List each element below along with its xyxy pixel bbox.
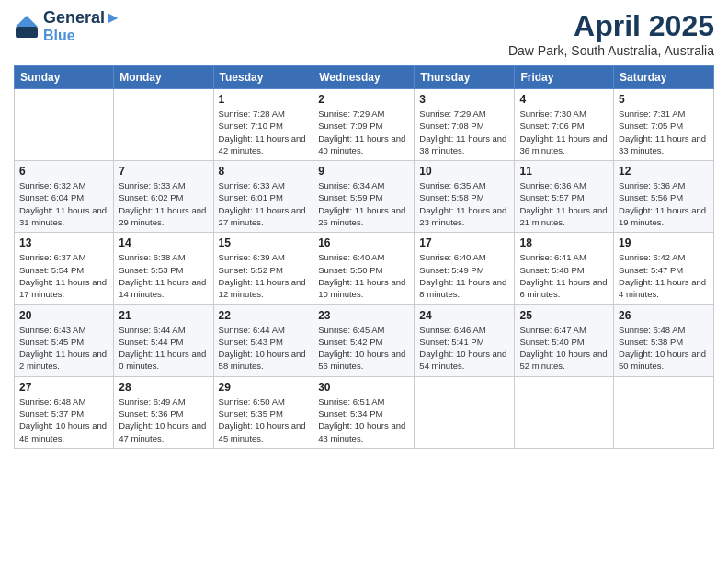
calendar-cell: 23Sunrise: 6:45 AM Sunset: 5:42 PM Dayli… (313, 304, 415, 376)
day-info: Sunrise: 6:36 AM Sunset: 5:57 PM Dayligh… (519, 179, 609, 228)
day-info: Sunrise: 6:32 AM Sunset: 6:04 PM Dayligh… (19, 179, 108, 228)
calendar-cell: 10Sunrise: 6:35 AM Sunset: 5:58 PM Dayli… (415, 161, 515, 233)
day-number: 19 (619, 236, 709, 249)
title-area: April 2025 Daw Park, South Australia, Au… (508, 9, 714, 58)
day-info: Sunrise: 6:48 AM Sunset: 5:38 PM Dayligh… (619, 324, 709, 373)
day-number: 7 (119, 165, 208, 178)
day-info: Sunrise: 6:39 AM Sunset: 5:52 PM Dayligh… (219, 251, 309, 300)
calendar-cell (515, 376, 614, 448)
day-number: 13 (19, 236, 108, 249)
day-number: 10 (419, 165, 509, 178)
day-info: Sunrise: 6:40 AM Sunset: 5:50 PM Dayligh… (318, 251, 409, 300)
day-info: Sunrise: 6:48 AM Sunset: 5:37 PM Dayligh… (19, 396, 108, 444)
calendar-cell: 27Sunrise: 6:48 AM Sunset: 5:37 PM Dayli… (15, 376, 114, 448)
weekday-header-tuesday: Tuesday (213, 66, 313, 89)
day-info: Sunrise: 6:46 AM Sunset: 5:41 PM Dayligh… (419, 324, 509, 373)
weekday-header-monday: Monday (114, 66, 213, 89)
day-number: 21 (119, 309, 208, 322)
day-info: Sunrise: 6:51 AM Sunset: 5:34 PM Dayligh… (318, 396, 409, 444)
day-number: 3 (419, 93, 509, 106)
day-number: 25 (519, 309, 609, 322)
header: General► Blue April 2025 Daw Park, South… (14, 9, 714, 58)
day-info: Sunrise: 6:41 AM Sunset: 5:48 PM Dayligh… (519, 251, 609, 300)
day-info: Sunrise: 6:42 AM Sunset: 5:47 PM Dayligh… (619, 251, 709, 300)
day-number: 9 (318, 165, 409, 178)
day-number: 6 (19, 165, 108, 178)
svg-rect-0 (16, 27, 38, 38)
week-row-2: 6Sunrise: 6:32 AM Sunset: 6:04 PM Daylig… (15, 161, 714, 233)
calendar-cell: 12Sunrise: 6:36 AM Sunset: 5:56 PM Dayli… (614, 161, 714, 233)
weekday-header-saturday: Saturday (614, 66, 714, 89)
day-number: 22 (219, 309, 309, 322)
day-number: 29 (219, 381, 309, 394)
calendar-cell: 16Sunrise: 6:40 AM Sunset: 5:50 PM Dayli… (313, 233, 415, 304)
calendar-cell (614, 376, 714, 448)
day-info: Sunrise: 6:36 AM Sunset: 5:56 PM Dayligh… (619, 179, 709, 228)
week-row-1: 1Sunrise: 7:28 AM Sunset: 7:10 PM Daylig… (15, 89, 714, 161)
logo-icon (14, 14, 40, 40)
calendar-cell: 22Sunrise: 6:44 AM Sunset: 5:43 PM Dayli… (213, 304, 313, 376)
day-info: Sunrise: 7:31 AM Sunset: 7:05 PM Dayligh… (619, 108, 709, 156)
weekday-header-thursday: Thursday (415, 66, 515, 89)
day-info: Sunrise: 7:30 AM Sunset: 7:06 PM Dayligh… (519, 108, 609, 156)
day-info: Sunrise: 6:38 AM Sunset: 5:53 PM Dayligh… (119, 251, 208, 300)
calendar-table: SundayMondayTuesdayWednesdayThursdayFrid… (14, 65, 714, 449)
svg-marker-1 (16, 16, 38, 27)
month-title: April 2025 (508, 9, 714, 43)
day-info: Sunrise: 6:50 AM Sunset: 5:35 PM Dayligh… (219, 396, 309, 444)
page: General► Blue April 2025 Daw Park, South… (0, 0, 728, 563)
calendar-cell: 8Sunrise: 6:33 AM Sunset: 6:01 PM Daylig… (213, 161, 313, 233)
weekday-header-sunday: Sunday (15, 66, 114, 89)
calendar-cell: 26Sunrise: 6:48 AM Sunset: 5:38 PM Dayli… (614, 304, 714, 376)
calendar-cell: 24Sunrise: 6:46 AM Sunset: 5:41 PM Dayli… (415, 304, 515, 376)
day-number: 26 (619, 309, 709, 322)
day-info: Sunrise: 6:35 AM Sunset: 5:58 PM Dayligh… (419, 179, 509, 228)
calendar-cell: 14Sunrise: 6:38 AM Sunset: 5:53 PM Dayli… (114, 233, 213, 304)
day-info: Sunrise: 6:34 AM Sunset: 5:59 PM Dayligh… (318, 179, 409, 228)
day-info: Sunrise: 6:44 AM Sunset: 5:44 PM Dayligh… (119, 324, 208, 373)
calendar-cell: 21Sunrise: 6:44 AM Sunset: 5:44 PM Dayli… (114, 304, 213, 376)
day-number: 23 (318, 309, 409, 322)
day-number: 2 (318, 93, 409, 106)
calendar-cell: 9Sunrise: 6:34 AM Sunset: 5:59 PM Daylig… (313, 161, 415, 233)
day-number: 15 (219, 236, 309, 249)
logo: General► Blue (14, 9, 121, 43)
day-info: Sunrise: 6:37 AM Sunset: 5:54 PM Dayligh… (19, 251, 108, 300)
day-info: Sunrise: 6:45 AM Sunset: 5:42 PM Dayligh… (318, 324, 409, 373)
week-row-4: 20Sunrise: 6:43 AM Sunset: 5:45 PM Dayli… (15, 304, 714, 376)
day-number: 27 (19, 381, 108, 394)
weekday-header-friday: Friday (515, 66, 614, 89)
calendar-cell (114, 89, 213, 161)
day-number: 4 (519, 93, 609, 106)
calendar-cell: 7Sunrise: 6:33 AM Sunset: 6:02 PM Daylig… (114, 161, 213, 233)
day-number: 8 (219, 165, 309, 178)
calendar-cell: 18Sunrise: 6:41 AM Sunset: 5:48 PM Dayli… (515, 233, 614, 304)
calendar-cell: 19Sunrise: 6:42 AM Sunset: 5:47 PM Dayli… (614, 233, 714, 304)
day-number: 5 (619, 93, 709, 106)
calendar-cell: 29Sunrise: 6:50 AM Sunset: 5:35 PM Dayli… (213, 376, 313, 448)
day-number: 11 (519, 165, 609, 178)
calendar-cell (415, 376, 515, 448)
calendar-cell: 4Sunrise: 7:30 AM Sunset: 7:06 PM Daylig… (515, 89, 614, 161)
calendar-cell: 5Sunrise: 7:31 AM Sunset: 7:05 PM Daylig… (614, 89, 714, 161)
location-subtitle: Daw Park, South Australia, Australia (508, 43, 714, 58)
day-number: 24 (419, 309, 509, 322)
week-row-5: 27Sunrise: 6:48 AM Sunset: 5:37 PM Dayli… (15, 376, 714, 448)
day-number: 30 (318, 381, 409, 394)
day-info: Sunrise: 6:43 AM Sunset: 5:45 PM Dayligh… (19, 324, 108, 373)
calendar-cell: 25Sunrise: 6:47 AM Sunset: 5:40 PM Dayli… (515, 304, 614, 376)
logo-text: General► Blue (43, 9, 121, 43)
calendar-cell: 3Sunrise: 7:29 AM Sunset: 7:08 PM Daylig… (415, 89, 515, 161)
day-info: Sunrise: 7:29 AM Sunset: 7:08 PM Dayligh… (419, 108, 509, 156)
day-info: Sunrise: 6:44 AM Sunset: 5:43 PM Dayligh… (219, 324, 309, 373)
calendar-cell: 17Sunrise: 6:40 AM Sunset: 5:49 PM Dayli… (415, 233, 515, 304)
day-number: 1 (219, 93, 309, 106)
day-info: Sunrise: 7:28 AM Sunset: 7:10 PM Dayligh… (219, 108, 309, 156)
day-number: 12 (619, 165, 709, 178)
day-number: 20 (19, 309, 108, 322)
day-info: Sunrise: 6:40 AM Sunset: 5:49 PM Dayligh… (419, 251, 509, 300)
day-info: Sunrise: 6:49 AM Sunset: 5:36 PM Dayligh… (119, 396, 208, 444)
calendar-cell: 20Sunrise: 6:43 AM Sunset: 5:45 PM Dayli… (15, 304, 114, 376)
day-info: Sunrise: 7:29 AM Sunset: 7:09 PM Dayligh… (318, 108, 409, 156)
calendar-cell: 15Sunrise: 6:39 AM Sunset: 5:52 PM Dayli… (213, 233, 313, 304)
